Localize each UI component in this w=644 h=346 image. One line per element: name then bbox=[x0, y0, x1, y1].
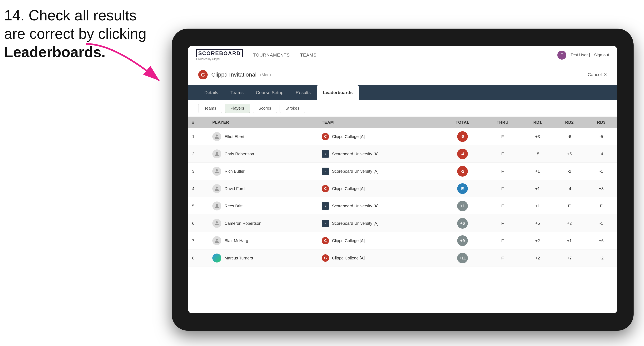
player-avatar bbox=[212, 236, 221, 245]
cell-total: +6 bbox=[442, 215, 483, 232]
tournament-logo: C bbox=[198, 70, 208, 79]
team-logo-scoreboard: ≡ bbox=[322, 168, 329, 175]
cell-rd1: +1 bbox=[522, 180, 554, 197]
cell-total: -8 bbox=[442, 128, 483, 145]
cell-rd2: -4 bbox=[554, 180, 585, 197]
cell-thru: F bbox=[484, 197, 522, 215]
team-logo-clippd: C bbox=[322, 254, 329, 262]
tab-details[interactable]: Details bbox=[198, 85, 224, 100]
cell-rd2: +5 bbox=[554, 145, 585, 163]
tournament-name: Clippd Invitational bbox=[211, 71, 256, 78]
player-name: Chris Robertson bbox=[224, 152, 254, 156]
leaderboard-table: # PLAYER TEAM TOTAL THRU RD1 RD2 RD3 1El… bbox=[188, 117, 617, 313]
tab-course-setup[interactable]: Course Setup bbox=[250, 85, 290, 100]
team-logo-scoreboard: ≡ bbox=[322, 150, 329, 158]
filter-bar: Teams Players Scores Strokes bbox=[188, 100, 617, 117]
cell-team: ≡Scoreboard University [A] bbox=[318, 215, 442, 232]
player-avatar bbox=[212, 201, 221, 210]
sign-out-link[interactable]: Sign out bbox=[594, 53, 609, 57]
team-name: Scoreboard University [A] bbox=[332, 169, 378, 174]
table-row: 1Elliot EbertCClippd College [A]-8F+3-6-… bbox=[188, 128, 617, 145]
score-badge: +6 bbox=[457, 218, 468, 229]
cell-rd2: E bbox=[554, 197, 585, 215]
cell-rd3: -5 bbox=[585, 128, 617, 145]
team-name: Clippd College [A] bbox=[332, 256, 364, 260]
cell-player: Rees Britt bbox=[208, 197, 318, 215]
cell-thru: F bbox=[484, 128, 522, 145]
table-row: 8Marcus TurnersCClippd College [A]+11F+2… bbox=[188, 249, 617, 267]
tablet-shell: SCOREBOARD Powered by clippd TOURNAMENTS… bbox=[172, 28, 634, 331]
col-rd3: RD3 bbox=[585, 117, 617, 128]
score-badge: +1 bbox=[457, 201, 468, 211]
cell-total: +9 bbox=[442, 232, 483, 249]
score-badge: -2 bbox=[457, 166, 468, 176]
cell-total: E bbox=[442, 180, 483, 197]
cell-rd1: +2 bbox=[522, 249, 554, 267]
player-avatar bbox=[212, 184, 221, 193]
cell-rd2: -6 bbox=[554, 128, 585, 145]
cell-total: +1 bbox=[442, 197, 483, 215]
team-logo-scoreboard: ≡ bbox=[322, 202, 329, 210]
player-name: Elliot Ebert bbox=[224, 134, 244, 139]
filter-scores[interactable]: Scores bbox=[252, 104, 277, 113]
cell-team: CClippd College [A] bbox=[318, 180, 442, 197]
col-rd2: RD2 bbox=[554, 117, 585, 128]
nav-tournaments[interactable]: TOURNAMENTS bbox=[253, 51, 290, 59]
col-total: TOTAL bbox=[442, 117, 483, 128]
cell-rd1: +5 bbox=[522, 215, 554, 232]
table-row: 5Rees Britt≡Scoreboard University [A]+1F… bbox=[188, 197, 617, 215]
tab-results[interactable]: Results bbox=[290, 85, 317, 100]
cell-thru: F bbox=[484, 215, 522, 232]
svg-point-4 bbox=[216, 186, 218, 189]
cell-rank: 7 bbox=[188, 232, 208, 249]
tablet-screen: SCOREBOARD Powered by clippd TOURNAMENTS… bbox=[188, 46, 617, 313]
cell-rd3: +2 bbox=[585, 249, 617, 267]
svg-point-3 bbox=[216, 169, 218, 171]
cell-total: +11 bbox=[442, 249, 483, 267]
cell-total: -2 bbox=[442, 163, 483, 180]
team-logo-scoreboard: ≡ bbox=[322, 220, 329, 227]
navbar: SCOREBOARD Powered by clippd TOURNAMENTS… bbox=[188, 46, 617, 64]
nav-teams[interactable]: TEAMS bbox=[300, 51, 316, 59]
cell-rd3: -1 bbox=[585, 215, 617, 232]
logo-area: SCOREBOARD Powered by clippd bbox=[196, 49, 243, 61]
tournament-header: C Clippd Invitational (Men) Cancel ✕ bbox=[188, 64, 617, 85]
col-thru: THRU bbox=[484, 117, 522, 128]
cell-player: Rich Butler bbox=[208, 163, 318, 180]
tab-bar: Details Teams Course Setup Results Leade… bbox=[188, 85, 617, 100]
cell-rd1: +3 bbox=[522, 128, 554, 145]
logo-text: SCOREBOARD bbox=[196, 49, 243, 57]
team-name: Scoreboard University [A] bbox=[332, 221, 378, 226]
filter-players[interactable]: Players bbox=[224, 104, 250, 113]
table-row: 3Rich Butler≡Scoreboard University [A]-2… bbox=[188, 163, 617, 180]
filter-strokes[interactable]: Strokes bbox=[280, 104, 305, 113]
tab-teams[interactable]: Teams bbox=[224, 85, 250, 100]
cell-rd3: E bbox=[585, 197, 617, 215]
player-avatar bbox=[212, 219, 221, 228]
col-player: PLAYER bbox=[208, 117, 318, 128]
user-avatar: T bbox=[557, 51, 566, 60]
cell-thru: F bbox=[484, 163, 522, 180]
cell-team: CClippd College [A] bbox=[318, 128, 442, 145]
cell-rd1: +2 bbox=[522, 232, 554, 249]
table-row: 4David FordCClippd College [A]EF+1-4+3 bbox=[188, 180, 617, 197]
team-name: Scoreboard University [A] bbox=[332, 152, 378, 156]
cell-rd3: +6 bbox=[585, 232, 617, 249]
cell-player: Blair McHarg bbox=[208, 232, 318, 249]
tab-leaderboards[interactable]: Leaderboards bbox=[317, 85, 359, 100]
team-logo-clippd: C bbox=[322, 185, 329, 192]
player-name: Cameron Robertson bbox=[224, 221, 262, 226]
score-badge: -4 bbox=[457, 149, 468, 159]
team-name: Scoreboard University [A] bbox=[332, 204, 378, 208]
cancel-button[interactable]: Cancel ✕ bbox=[588, 72, 607, 77]
cell-rd3: -4 bbox=[585, 145, 617, 163]
table-row: 6Cameron Robertson≡Scoreboard University… bbox=[188, 215, 617, 232]
filter-teams[interactable]: Teams bbox=[198, 104, 222, 113]
cell-rank: 1 bbox=[188, 128, 208, 145]
cell-rank: 4 bbox=[188, 180, 208, 197]
player-avatar bbox=[212, 254, 221, 263]
svg-point-2 bbox=[216, 152, 218, 154]
cell-player: Cameron Robertson bbox=[208, 215, 318, 232]
player-avatar bbox=[212, 150, 221, 159]
player-name: Rees Britt bbox=[224, 204, 242, 208]
